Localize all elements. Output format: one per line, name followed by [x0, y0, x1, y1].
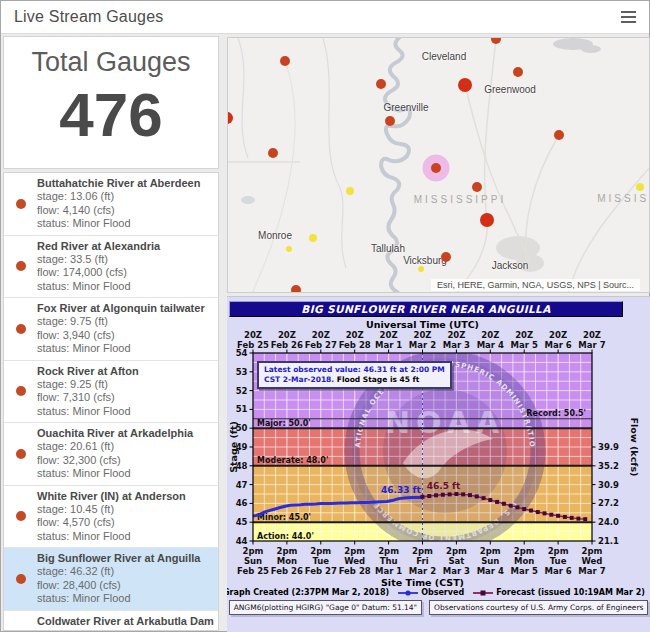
svg-text:2pm: 2pm: [344, 546, 365, 556]
svg-text:46: 46: [236, 498, 248, 508]
svg-text:Mar 6: Mar 6: [544, 566, 571, 576]
svg-text:2pm: 2pm: [412, 546, 433, 556]
gauge-list-item[interactable]: White River (IN) at Andersonstage: 10.45…: [4, 486, 218, 549]
gauge-list-item[interactable]: Fox River at Algonquin tailwaterstage: 9…: [4, 298, 218, 361]
svg-text:Feb 28: Feb 28: [339, 340, 371, 350]
gauge-status: status: Minor Flood: [37, 342, 214, 356]
gauge-name: Coldwater River at Arkabutla Dam: [37, 615, 214, 628]
gauge-stage: stage: 33.5 (ft): [37, 253, 214, 267]
svg-text:Sun: Sun: [481, 556, 499, 566]
svg-text:Mar 2: Mar 2: [409, 566, 436, 576]
map-gauge-marker[interactable]: [418, 266, 424, 272]
svg-text:20Z: 20Z: [583, 330, 601, 340]
status-dot-icon: [4, 449, 37, 459]
map-gauge-marker[interactable]: [554, 130, 564, 140]
gauge-flow: flow: 3,940 (cfs): [37, 329, 214, 343]
svg-text:30.9: 30.9: [598, 480, 619, 490]
svg-text:20Z: 20Z: [447, 330, 465, 340]
svg-text:Mar 1: Mar 1: [375, 340, 402, 350]
map-gauge-marker[interactable]: [268, 148, 278, 158]
legend-forecast: Forecast (issued 10:19AM Mar 2): [473, 588, 645, 597]
gauge-status: status: Minor Flood: [37, 405, 214, 419]
svg-text:21.1: 21.1: [598, 536, 619, 546]
svg-text:47: 47: [236, 480, 248, 490]
gauge-flow: flow: 4,570 (cfs): [37, 516, 214, 530]
svg-text:Mar 6: Mar 6: [544, 340, 571, 350]
gauge-status: status: Minor Flood: [37, 467, 214, 481]
svg-text:2pm: 2pm: [548, 546, 569, 556]
svg-text:20Z: 20Z: [380, 330, 398, 340]
svg-text:46.33 ft: 46.33 ft: [381, 485, 422, 495]
gauge-name: Big Sunflower River at Anguilla: [37, 552, 214, 565]
svg-text:Tue: Tue: [550, 556, 567, 566]
gauge-list-item[interactable]: Big Sunflower River at Anguillastage: 46…: [4, 548, 218, 611]
svg-text:20Z: 20Z: [515, 330, 533, 340]
svg-text:24.0: 24.0: [598, 517, 619, 527]
map-gauge-marker[interactable]: [346, 187, 354, 195]
map-gauge-marker[interactable]: [280, 56, 290, 66]
map-gauge-marker[interactable]: [431, 163, 441, 173]
status-dot-icon: [4, 261, 37, 271]
latest-observed-annotation: Latest observed value: 46.31 ft at 2:00 …: [257, 361, 452, 389]
chart-legend: Graph Created (2:37PM Mar 2, 2018) Obser…: [253, 588, 592, 597]
svg-text:52: 52: [236, 386, 248, 396]
status-dot-icon: [4, 199, 37, 209]
svg-text:51: 51: [236, 404, 248, 414]
gage-datum-note: ANGM6(plotting HGIRG) "Gage 0" Datum: 51…: [229, 600, 422, 615]
map-gauge-marker[interactable]: [472, 182, 482, 192]
svg-text:27.2: 27.2: [598, 498, 619, 508]
svg-text:54: 54: [236, 348, 248, 358]
map-panel[interactable]: ClevelandGreenwoodGreenvilleMonroeTallul…: [227, 37, 650, 293]
svg-text:20Z: 20Z: [244, 330, 262, 340]
map-gauge-marker[interactable]: [636, 183, 644, 191]
map-gauge-marker[interactable]: [291, 285, 301, 293]
map-gauge-marker[interactable]: [458, 78, 472, 92]
gauge-stage: stage: 9.75 (ft): [37, 315, 214, 329]
svg-text:2pm: 2pm: [514, 546, 535, 556]
map-gauge-marker[interactable]: [286, 246, 292, 252]
live-stream-gauges-app: Live Stream Gauges Total Gauges 476 Butt…: [0, 0, 650, 632]
hamburger-menu-icon[interactable]: [615, 7, 641, 27]
svg-text:Wed: Wed: [582, 556, 603, 566]
total-gauges-card: Total Gauges 476: [3, 36, 219, 169]
map-gauge-marker[interactable]: [513, 67, 523, 77]
gauge-flow: flow: 174,000 (cfs): [37, 266, 214, 280]
svg-text:Mar 4: Mar 4: [477, 566, 504, 576]
map-state-label: MISSISSIPPI: [414, 194, 506, 205]
svg-text:20Z: 20Z: [346, 330, 364, 340]
svg-text:20Z: 20Z: [312, 330, 330, 340]
gauge-list-item[interactable]: Ouachita River at Arkadelphiastage: 20.6…: [4, 423, 218, 486]
svg-text:Feb 27: Feb 27: [305, 340, 337, 350]
svg-text:Mar 7: Mar 7: [578, 340, 605, 350]
gauge-list-item[interactable]: Red River at Alexandriastage: 33.5 (ft)f…: [4, 236, 218, 299]
map-gauge-marker[interactable]: [376, 79, 386, 89]
map-gauge-marker[interactable]: [441, 252, 451, 262]
gauge-list-item[interactable]: Buttahatchie River at Aberdeenstage: 13.…: [4, 173, 218, 236]
svg-text:35.2: 35.2: [598, 461, 619, 471]
gauge-list-item[interactable]: Coldwater River at Arkabutla Damstage: 2…: [4, 611, 218, 632]
gauge-name: Fox River at Algonquin tailwater: [37, 302, 214, 315]
gauge-list-item[interactable]: Rock River at Aftonstage: 9.25 (ft)flow:…: [4, 361, 218, 424]
map-gauge-marker[interactable]: [309, 234, 317, 242]
status-dot-icon: [4, 511, 37, 521]
gauge-name: Buttahatchie River at Aberdeen: [37, 177, 214, 190]
svg-text:Tue: Tue: [312, 556, 329, 566]
map-city-label: Tallulah: [371, 243, 405, 254]
svg-text:46.5 ft: 46.5 ft: [427, 481, 461, 491]
svg-text:20Z: 20Z: [549, 330, 567, 340]
svg-text:45: 45: [236, 517, 248, 527]
observed-line-icon: [398, 589, 418, 597]
map-gauge-marker[interactable]: [480, 213, 494, 227]
forecast-line-icon: [473, 589, 493, 597]
chart-footnotes: ANGM6(plotting HGIRG) "Gage 0" Datum: 51…: [227, 600, 650, 615]
gauge-name: White River (IN) at Anderson: [37, 490, 214, 503]
svg-text:2pm: 2pm: [310, 546, 331, 556]
gauge-list[interactable]: Buttahatchie River at Aberdeenstage: 13.…: [3, 172, 219, 631]
total-gauges-value: 476: [4, 82, 218, 148]
map-gauge-marker[interactable]: [385, 116, 395, 126]
gauge-stage: stage: 20.61 (ft): [37, 440, 214, 454]
svg-text:Flow (kcfs): Flow (kcfs): [629, 418, 640, 477]
svg-text:39.9: 39.9: [598, 442, 619, 452]
map-city-label: Jackson: [492, 260, 529, 271]
svg-text:20Z: 20Z: [414, 330, 432, 340]
